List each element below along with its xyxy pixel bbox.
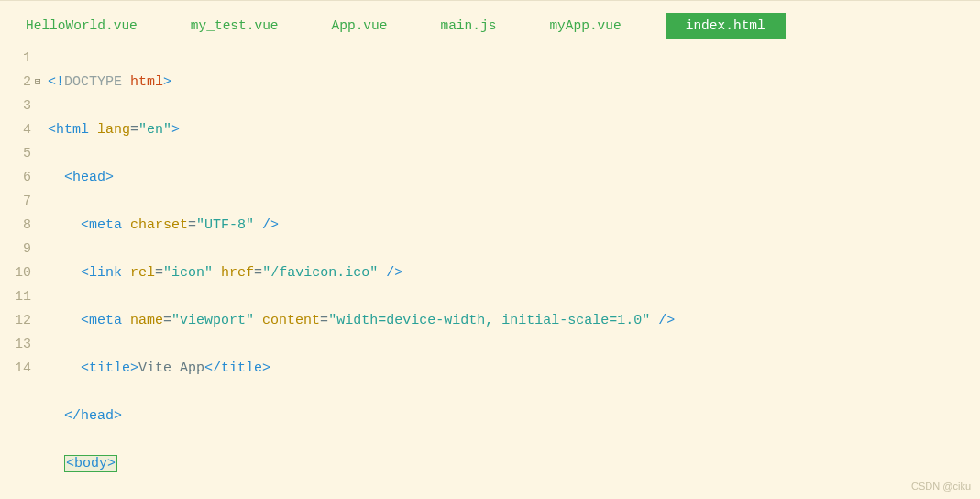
- code-line[interactable]: <link rel="icon" href="/favicon.ico" />: [48, 261, 980, 285]
- code-line[interactable]: <html lang="en">: [48, 118, 980, 142]
- fold-marker: [35, 190, 48, 214]
- line-number: 2: [0, 71, 31, 94]
- line-number: 1: [0, 47, 31, 71]
- fold-marker: [35, 142, 48, 166]
- fold-marker: [35, 94, 48, 118]
- code-line[interactable]: <head>: [48, 166, 980, 190]
- code-editor: HelloWorld.vue my_test.vue App.vue main.…: [0, 0, 980, 499]
- fold-marker: [35, 118, 48, 142]
- fold-marker: [35, 309, 48, 333]
- code-line[interactable]: <meta name="viewport" content="width=dev…: [48, 309, 980, 333]
- fold-marker: [35, 261, 48, 285]
- code-line[interactable]: <title>Vite App</title>: [48, 357, 980, 381]
- line-number: 13: [0, 333, 31, 357]
- watermark-text: CSDN @ciku: [911, 481, 971, 492]
- code-body[interactable]: 1 2 3 4 5 6 7 8 9 10 11 12 13 14 ⊟: [0, 41, 980, 499]
- fold-marker: [35, 214, 48, 238]
- line-number: 6: [0, 166, 31, 190]
- code-line[interactable]: <meta charset="UTF-8" />: [48, 214, 980, 238]
- line-number: 3: [0, 94, 31, 118]
- fold-marker: [35, 333, 48, 357]
- code-line[interactable]: <body>: [48, 452, 980, 476]
- line-number: 7: [0, 190, 31, 214]
- fold-gutter: ⊟: [35, 47, 48, 499]
- fold-marker: [35, 285, 48, 309]
- line-number: 5: [0, 142, 31, 166]
- fold-marker: [35, 238, 48, 261]
- fold-marker: [35, 357, 48, 381]
- fold-marker: [35, 166, 48, 190]
- line-number: 8: [0, 214, 31, 238]
- fold-marker: [35, 47, 48, 71]
- line-number: 12: [0, 309, 31, 333]
- line-number: 4: [0, 118, 31, 142]
- code-line[interactable]: </head>: [48, 405, 980, 428]
- code-line[interactable]: <!DOCTYPE html>: [48, 71, 980, 94]
- tab-helloworld[interactable]: HelloWorld.vue: [17, 13, 147, 39]
- line-number: 10: [0, 261, 31, 285]
- tab-mainjs[interactable]: main.js: [431, 13, 505, 39]
- line-number: 14: [0, 357, 31, 381]
- line-number: 9: [0, 238, 31, 261]
- code-content[interactable]: <!DOCTYPE html> <html lang="en"> <head> …: [48, 47, 980, 499]
- tab-indexhtml[interactable]: index.html: [666, 13, 786, 39]
- tab-app[interactable]: App.vue: [323, 13, 397, 39]
- tab-mytest[interactable]: my_test.vue: [182, 13, 288, 39]
- cursor-highlight: <body>: [64, 455, 117, 472]
- line-number: 11: [0, 285, 31, 309]
- line-number-gutter: 1 2 3 4 5 6 7 8 9 10 11 12 13 14: [0, 47, 35, 499]
- tab-bar: HelloWorld.vue my_test.vue App.vue main.…: [0, 10, 980, 41]
- fold-toggle-icon[interactable]: ⊟: [35, 71, 48, 94]
- tab-myapp[interactable]: myApp.vue: [540, 13, 630, 39]
